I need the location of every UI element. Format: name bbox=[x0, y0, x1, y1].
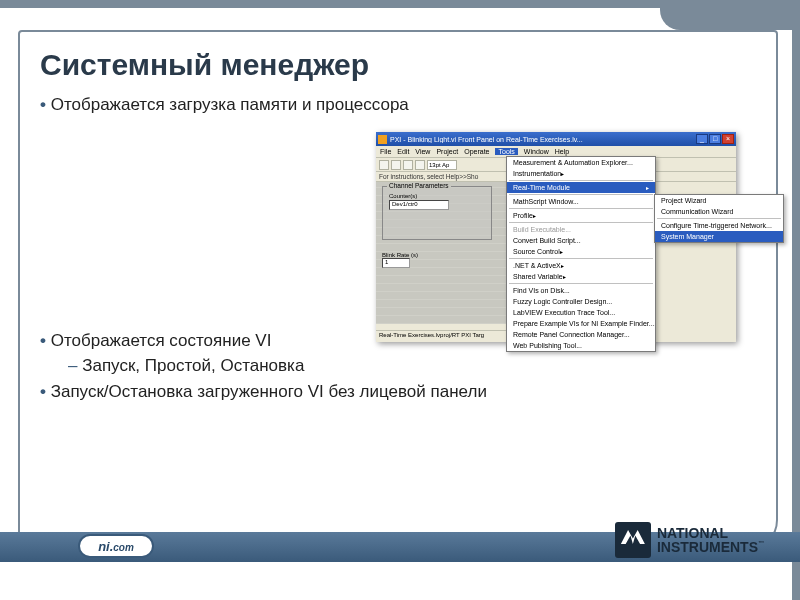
bullet-2a: Запуск, Простой, Остановка bbox=[68, 353, 760, 379]
menu-sep bbox=[509, 283, 653, 284]
menu-item-shared[interactable]: Shared Variable bbox=[507, 271, 655, 282]
ni-com-badge: ni.com bbox=[78, 534, 154, 558]
embedded-screenshot: PXI - Blinking Light.vi Front Panel on R… bbox=[376, 132, 736, 342]
menu-item-findvi[interactable]: Find VIs on Disk... bbox=[507, 285, 655, 296]
menu-edit[interactable]: Edit bbox=[397, 148, 409, 155]
menu-file[interactable]: File bbox=[380, 148, 391, 155]
menu-item-max[interactable]: Measurement & Automation Explorer... bbox=[507, 157, 655, 168]
menu-help[interactable]: Help bbox=[555, 148, 569, 155]
status-bar: Real-Time Exercises.lvproj/RT PXI Targ bbox=[376, 330, 506, 342]
menu-item-remote[interactable]: Remote Panel Connection Manager... bbox=[507, 329, 655, 340]
close-button[interactable]: × bbox=[722, 134, 734, 144]
blink-field[interactable]: 1 bbox=[382, 258, 410, 268]
app-icon bbox=[378, 135, 387, 144]
submenu-comm-wizard[interactable]: Communication Wizard bbox=[655, 206, 783, 217]
ni-logo: NATIONAL INSTRUMENTS™ bbox=[615, 522, 764, 558]
decor-corner bbox=[660, 8, 792, 30]
submenu-project-wizard[interactable]: Project Wizard bbox=[655, 195, 783, 206]
menu-item-mathscript[interactable]: MathScript Window... bbox=[507, 196, 655, 207]
menu-item-web[interactable]: Web Publishing Tool... bbox=[507, 340, 655, 351]
abort-button[interactable] bbox=[403, 160, 413, 170]
menu-item-build: Build Executable... bbox=[507, 224, 655, 235]
realtime-submenu[interactable]: Project Wizard Communication Wizard Conf… bbox=[654, 194, 784, 243]
menu-item-convert[interactable]: Convert Build Script... bbox=[507, 235, 655, 246]
menu-tools[interactable]: Tools bbox=[495, 148, 517, 155]
menu-item-net[interactable]: .NET & ActiveX bbox=[507, 260, 655, 271]
submenu-system-manager[interactable]: System Manager bbox=[655, 231, 783, 242]
menu-sep bbox=[657, 218, 781, 219]
menu-item-profile[interactable]: Profile bbox=[507, 210, 655, 221]
bullet-1: Отображается загрузка памяти и процессор… bbox=[40, 92, 760, 118]
slide-title: Системный менеджер bbox=[40, 48, 369, 82]
group-title: Channel Parameters bbox=[387, 182, 451, 189]
ni-eagle-icon bbox=[615, 522, 651, 558]
menu-window[interactable]: Window bbox=[524, 148, 549, 155]
menu-project[interactable]: Project bbox=[436, 148, 458, 155]
menu-sep bbox=[509, 180, 653, 181]
front-panel: Channel Parameters Counter(s) Dev1/ctr0 … bbox=[376, 182, 506, 324]
tools-dropdown[interactable]: Measurement & Automation Explorer... Ins… bbox=[506, 156, 656, 352]
pause-button[interactable] bbox=[415, 160, 425, 170]
font-selector[interactable]: 13pt Ap bbox=[427, 160, 457, 170]
menu-item-trace[interactable]: LabVIEW Execution Trace Tool... bbox=[507, 307, 655, 318]
counter-label: Counter(s) bbox=[389, 193, 491, 199]
counter-field[interactable]: Dev1/ctr0 bbox=[389, 200, 449, 210]
decor-top bbox=[0, 0, 800, 8]
menu-item-realtime[interactable]: Real-Time Module bbox=[507, 182, 655, 193]
footer: ni.com NATIONAL INSTRUMENTS™ bbox=[0, 520, 800, 570]
bullet-3: Запуск/Остановка загруженного VI без лиц… bbox=[40, 379, 760, 405]
run-cont-button[interactable] bbox=[391, 160, 401, 170]
menu-item-source[interactable]: Source Control bbox=[507, 246, 655, 257]
menu-sep bbox=[509, 194, 653, 195]
blink-control: Blink Rate (s) 1 bbox=[382, 252, 418, 268]
submenu-time-trigger[interactable]: Configure Time-triggered Network... bbox=[655, 220, 783, 231]
menu-item-example[interactable]: Prepare Example VIs for NI Example Finde… bbox=[507, 318, 655, 329]
window-title: PXI - Blinking Light.vi Front Panel on R… bbox=[390, 136, 696, 143]
menu-sep bbox=[509, 258, 653, 259]
menu-view[interactable]: View bbox=[415, 148, 430, 155]
decor-right bbox=[792, 0, 800, 600]
menu-item-instrumentation[interactable]: Instrumentation bbox=[507, 168, 655, 179]
window-titlebar[interactable]: PXI - Blinking Light.vi Front Panel on R… bbox=[376, 132, 736, 146]
menu-operate[interactable]: Operate bbox=[464, 148, 489, 155]
menu-sep bbox=[509, 208, 653, 209]
channel-params-group: Channel Parameters Counter(s) Dev1/ctr0 bbox=[382, 186, 492, 240]
minimize-button[interactable]: _ bbox=[696, 134, 708, 144]
menu-item-fuzzy[interactable]: Fuzzy Logic Controller Design... bbox=[507, 296, 655, 307]
maximize-button[interactable]: □ bbox=[709, 134, 721, 144]
run-button[interactable] bbox=[379, 160, 389, 170]
menu-sep bbox=[509, 222, 653, 223]
